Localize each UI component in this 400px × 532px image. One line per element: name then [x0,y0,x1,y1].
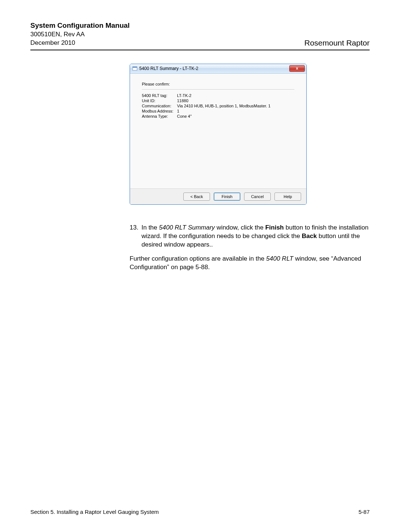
step-body: In the 5400 RLT Summary window, click th… [141,223,370,249]
footer-section: Section 5. Installing a Raptor Level Gau… [30,509,159,515]
kv-row: 5400 RLT tag: LT-TK-2 [142,93,294,98]
button-ref-finish: Finish [265,224,284,231]
summary-dialog: 5400 RLT Summary - LT-TK-2 x Please conf… [130,64,307,205]
text: window, click the [215,224,265,231]
product-brand: Rosemount Raptor [304,39,370,47]
confirm-label: Please confirm: [142,82,294,88]
paragraph: Further configuration options are availa… [130,254,370,272]
kv-label: Unit ID: [142,98,177,103]
text: Further configuration options are availa… [130,255,266,262]
page-header: System Configuration Manual 300510EN, Re… [30,21,370,50]
dialog-title: 5400 RLT Summary - LT-TK-2 [139,66,198,71]
footer-page-number: 5-87 [359,509,370,515]
kv-value: 1 [177,109,179,113]
window-icon [132,66,137,71]
document-title: System Configuration Manual [30,21,130,30]
close-button[interactable]: x [289,65,305,72]
step-13: 13. In the 5400 RLT Summary window, clic… [130,223,370,249]
kv-row: Antenna Type: Cone 4'' [142,114,294,118]
window-name: 5400 RLT [266,255,293,262]
back-button[interactable]: < Back [183,193,210,201]
step-number: 13. [130,223,141,249]
button-ref-back: Back [302,232,317,240]
cancel-button[interactable]: Cancel [244,193,271,201]
summary-rows: 5400 RLT tag: LT-TK-2 Unit ID: 11880 Com… [142,93,294,118]
kv-row: Modbus Address: 1 [142,109,294,113]
document-date: December 2010 [30,39,130,47]
kv-row: Communication: Via 2410 HUB, HUB-1, posi… [142,104,294,108]
kv-value: Via 2410 HUB, HUB-1, position 1, ModbusM… [177,104,270,108]
kv-row: Unit ID: 11880 [142,98,294,103]
dialog-titlebar[interactable]: 5400 RLT Summary - LT-TK-2 x [130,64,306,74]
instruction-block: 13. In the 5400 RLT Summary window, clic… [130,223,370,272]
dialog-body: Please confirm: 5400 RLT tag: LT-TK-2 Un… [130,74,306,188]
kv-value: 11880 [177,98,189,103]
content-column: 5400 RLT Summary - LT-TK-2 x Please conf… [130,64,370,272]
kv-label: Communication: [142,104,177,108]
kv-label: 5400 RLT tag: [142,93,177,98]
finish-button[interactable]: Finish [214,193,240,201]
document-reference: 300510EN, Rev AA [30,30,130,39]
text: In the [141,224,159,231]
svg-rect-1 [133,67,137,68]
kv-value: LT-TK-2 [177,93,191,98]
kv-label: Antenna Type: [142,114,177,118]
divider [142,89,294,90]
help-button[interactable]: Help [274,193,301,201]
close-icon: x [296,66,298,70]
kv-value: Cone 4'' [177,114,192,118]
window-name: 5400 RLT Summary [159,224,215,231]
header-left: System Configuration Manual 300510EN, Re… [30,21,130,47]
kv-label: Modbus Address: [142,109,177,113]
dialog-button-row: < Back Finish Cancel Help [130,188,306,204]
page-footer: Section 5. Installing a Raptor Level Gau… [30,509,370,515]
